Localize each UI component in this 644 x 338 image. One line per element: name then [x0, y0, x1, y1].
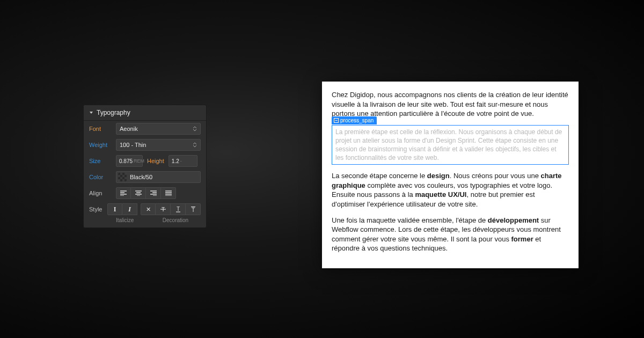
align-left-button[interactable]	[116, 187, 131, 199]
selected-element[interactable]: process_span La première étape est celle…	[332, 125, 569, 165]
size-input[interactable]: 0.875 REM	[116, 155, 143, 167]
italic-normal-icon: I	[114, 205, 116, 214]
align-group	[116, 187, 201, 199]
align-justify-icon	[165, 190, 172, 196]
align-left-icon	[120, 190, 127, 196]
weight-select[interactable]: 100 - Thin	[116, 139, 201, 151]
style-sublabels: Italicize Decoration	[84, 217, 206, 227]
panel-title: Typography	[97, 109, 130, 116]
font-select[interactable]: Aeonik	[116, 123, 201, 135]
color-label: Color	[89, 174, 112, 180]
height-label: Height	[147, 158, 164, 164]
color-value: Black/50	[130, 174, 152, 180]
preview-paragraph-2: La seconde étape concerne le design. Nou…	[332, 171, 569, 209]
height-unit: -	[180, 158, 182, 164]
height-number: 1.2	[172, 158, 179, 164]
height-input[interactable]: 1.2 -	[169, 155, 197, 167]
align-right-icon	[150, 190, 157, 196]
selection-tag-label: process_span	[340, 117, 374, 124]
svg-text:T: T	[176, 206, 179, 212]
font-value: Aeonik	[120, 126, 138, 132]
align-justify-button[interactable]	[161, 187, 176, 199]
svg-text:T: T	[191, 207, 194, 212]
strikethrough-icon: T	[160, 206, 166, 212]
style-group: I I ✕ T T T	[107, 203, 201, 215]
strikethrough-button[interactable]: T	[156, 203, 171, 215]
align-center-button[interactable]	[131, 187, 146, 199]
align-center-icon	[135, 190, 142, 196]
typography-panel: Typography Font Aeonik Weight 100 - Thin…	[83, 105, 207, 228]
color-input[interactable]: Black/50	[116, 171, 201, 183]
preview-paragraph-1: Chez Digidop, nous accompagnons nos clie…	[332, 90, 569, 119]
weight-label: Weight	[89, 142, 112, 148]
x-icon: ✕	[146, 206, 151, 213]
element-icon	[334, 118, 339, 123]
underline-button[interactable]: T	[171, 203, 186, 215]
italic-button[interactable]: I	[122, 203, 137, 215]
decoration-none-button[interactable]: ✕	[141, 203, 156, 215]
sublabel-decoration: Decoration	[150, 217, 201, 223]
align-right-button[interactable]	[146, 187, 161, 199]
preview-panel: Chez Digidop, nous accompagnons nos clie…	[322, 82, 579, 268]
overline-button[interactable]: T	[186, 203, 201, 215]
overline-icon: T	[190, 206, 196, 212]
size-number: 0.875	[119, 158, 133, 164]
selection-tag[interactable]: process_span	[332, 116, 377, 125]
weight-value: 100 - Thin	[120, 142, 146, 148]
italic-normal-button[interactable]: I	[107, 203, 122, 215]
caret-down-icon	[89, 111, 93, 115]
font-label: Font	[89, 126, 112, 132]
align-label: Align	[89, 190, 112, 196]
style-label: Style	[89, 206, 103, 212]
underline-icon: T	[175, 206, 181, 212]
updown-icon	[193, 142, 197, 148]
size-unit: REM	[134, 158, 144, 164]
updown-icon	[193, 126, 197, 131]
sublabel-italicize: Italicize	[116, 217, 150, 223]
preview-paragraph-3: Une fois la maquette validée ensemble, l…	[332, 216, 569, 253]
size-label: Size	[89, 158, 112, 164]
selected-text: La première étape est celle de la réflex…	[332, 125, 569, 165]
color-swatch-icon	[118, 173, 127, 181]
italic-icon: I	[128, 205, 131, 214]
panel-header[interactable]: Typography	[84, 105, 206, 121]
